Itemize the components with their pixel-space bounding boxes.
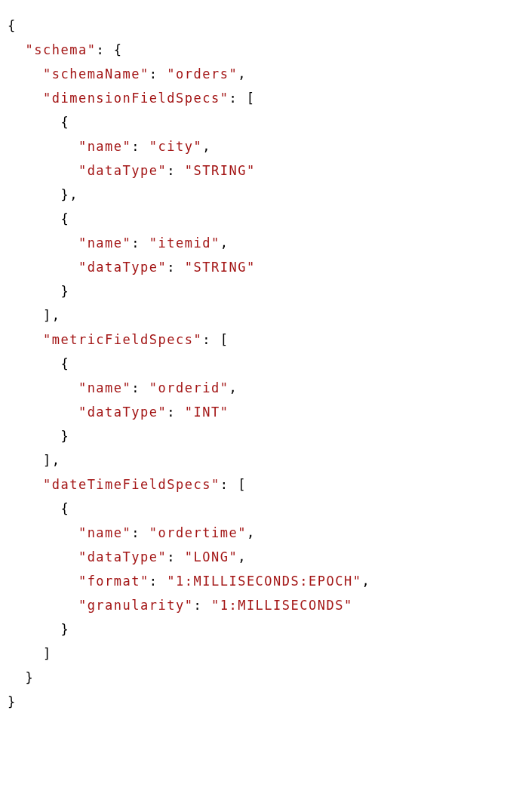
punct-token: : { <box>96 42 122 57</box>
code-line: "dataType": "STRING" <box>8 163 256 178</box>
code-line: "dataType": "LONG", <box>8 549 247 564</box>
code-line: }, <box>8 187 78 202</box>
string-token: "1:MILLISECONDS" <box>211 598 353 613</box>
string-token: "format" <box>78 574 149 589</box>
punct-token <box>8 66 43 82</box>
punct-token <box>8 260 78 275</box>
code-line: "name": "itemid", <box>8 235 229 251</box>
string-token: "dataType" <box>78 260 167 275</box>
punct-token <box>8 574 78 589</box>
string-token: "orderid" <box>149 380 229 395</box>
punct-token: : <box>167 404 184 420</box>
punct-token: ], <box>8 453 60 468</box>
code-line: ] <box>8 646 52 661</box>
code-line: ], <box>8 308 60 323</box>
code-line: } <box>8 670 34 685</box>
string-token: "name" <box>78 139 131 154</box>
punct-token: , <box>361 574 370 589</box>
code-line: "format": "1:MILLISECONDS:EPOCH", <box>8 574 370 589</box>
punct-token: : <box>149 574 167 589</box>
punct-token: } <box>8 670 34 685</box>
string-token: "dataType" <box>78 404 167 420</box>
punct-token <box>8 163 78 178</box>
code-line: { <box>8 18 17 33</box>
punct-token <box>8 332 43 347</box>
string-token: "name" <box>78 380 131 395</box>
string-token: "dataType" <box>78 549 167 564</box>
punct-token: : <box>167 260 184 275</box>
punct-token: } <box>8 284 69 299</box>
punct-token <box>8 598 78 613</box>
punct-token: : <box>131 139 149 154</box>
punct-token <box>8 235 78 251</box>
code-line: "dimensionFieldSpecs": [ <box>8 91 256 106</box>
punct-token: }, <box>8 187 78 202</box>
punct-token: : <box>149 66 167 82</box>
punct-token <box>8 42 25 57</box>
code-line: "schema": { <box>8 42 123 57</box>
string-token: "1:MILLISECONDS:EPOCH" <box>167 574 361 589</box>
punct-token <box>8 91 43 106</box>
code-line: "name": "orderid", <box>8 380 238 395</box>
punct-token: { <box>8 356 69 371</box>
code-line: "metricFieldSpecs": [ <box>8 332 229 347</box>
string-token: "STRING" <box>185 260 256 275</box>
code-line: } <box>8 622 69 637</box>
punct-token <box>8 139 78 154</box>
json-code-block: { "schema": { "schemaName": "orders", "d… <box>8 14 502 714</box>
punct-token: , <box>238 66 247 82</box>
punct-token: : [ <box>229 91 255 106</box>
punct-token <box>8 525 78 540</box>
code-line: { <box>8 211 69 226</box>
punct-token <box>8 477 43 492</box>
punct-token: , <box>202 139 211 154</box>
string-token: "schemaName" <box>43 66 149 82</box>
punct-token: , <box>220 235 229 251</box>
punct-token: , <box>229 380 238 395</box>
code-line: } <box>8 694 17 709</box>
code-line: ], <box>8 453 60 468</box>
code-line: { <box>8 501 69 516</box>
string-token: "dataType" <box>78 163 167 178</box>
punct-token: : [ <box>202 332 229 347</box>
punct-token: : [ <box>220 477 247 492</box>
string-token: "name" <box>78 235 131 251</box>
code-line: "dataType": "INT" <box>8 404 229 420</box>
string-token: "orders" <box>167 66 238 82</box>
string-token: "granularity" <box>78 598 194 613</box>
code-line: "dateTimeFieldSpecs": [ <box>8 477 247 492</box>
punct-token <box>8 380 78 395</box>
punct-token: : <box>167 163 184 178</box>
punct-token: : <box>131 235 149 251</box>
punct-token: , <box>238 549 247 564</box>
string-token: "STRING" <box>185 163 256 178</box>
string-token: "INT" <box>185 404 229 420</box>
punct-token: : <box>167 549 184 564</box>
punct-token: ], <box>8 308 60 323</box>
code-line: "name": "ordertime", <box>8 525 256 540</box>
code-line: { <box>8 115 69 130</box>
punct-token: } <box>8 429 69 444</box>
code-line: } <box>8 429 69 444</box>
code-line: } <box>8 284 69 299</box>
string-token: "name" <box>78 525 131 540</box>
code-line: "schemaName": "orders", <box>8 66 247 82</box>
punct-token: ] <box>8 646 52 661</box>
code-line: "dataType": "STRING" <box>8 260 256 275</box>
string-token: "dimensionFieldSpecs" <box>43 91 229 106</box>
code-line: "granularity": "1:MILLISECONDS" <box>8 598 353 613</box>
punct-token: : <box>131 380 149 395</box>
code-line: "name": "city", <box>8 139 211 154</box>
string-token: "LONG" <box>185 549 238 564</box>
punct-token <box>8 549 78 564</box>
string-token: "schema" <box>25 42 96 57</box>
punct-token: { <box>8 18 17 33</box>
punct-token: : <box>131 525 149 540</box>
punct-token: } <box>8 622 69 637</box>
punct-token: { <box>8 501 69 516</box>
string-token: "itemid" <box>149 235 220 251</box>
code-line: { <box>8 356 69 371</box>
punct-token: { <box>8 115 69 130</box>
string-token: "metricFieldSpecs" <box>43 332 202 347</box>
string-token: "ordertime" <box>149 525 247 540</box>
